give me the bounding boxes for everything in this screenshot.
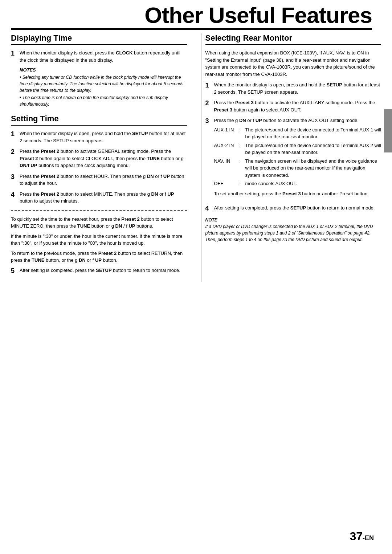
- qs1-t4: / f: [122, 223, 128, 229]
- rs1-t1: When the monitor display is open, press …: [214, 82, 327, 87]
- qs1-b1: Preset 2: [121, 216, 140, 222]
- s2-t3: button again to select CLOCK ADJ., then …: [38, 156, 147, 161]
- rs2-b1: Preset 3: [235, 100, 254, 105]
- rs3-t2: or f: [246, 118, 256, 123]
- note-label: NOTE: [205, 217, 217, 223]
- quick-set-para-1: To quickly set the time to the nearest h…: [11, 216, 187, 230]
- quick-set-para-2: If the minute is ":30" or under, the hou…: [11, 233, 187, 247]
- setting-time-heading: Setting Time: [11, 114, 187, 126]
- rear-step-number-4: 4: [205, 204, 212, 213]
- s4-t4: button to adjust the minutes.: [20, 198, 79, 204]
- step-number-1: 1: [11, 49, 17, 58]
- qs3-t4: or f: [86, 257, 95, 263]
- left-column: Displaying Time 1 When the monitor displ…: [11, 33, 191, 282]
- setting-step2: 2 Press the Preset 2 button to activate …: [11, 148, 187, 169]
- qs3-t5: button.: [102, 257, 117, 263]
- setting-step-number-4: 4: [11, 191, 17, 199]
- page-title-area: Other Useful Features: [11, 0, 392, 30]
- rear-step2-content: Press the Preset 3 button to activate th…: [214, 99, 381, 113]
- displaying-time-step1: 1 When the monitor display is closed, pr…: [11, 49, 187, 64]
- aux-row-1: AUX-1 IN : The picture/sound of the devi…: [214, 126, 381, 140]
- side-tab: [384, 109, 392, 152]
- s3-b1: Preset 2: [41, 174, 60, 179]
- s2-b4: DN/f: [20, 163, 29, 168]
- rs4-b1: SETUP: [290, 205, 306, 211]
- s2-b2: Preset 2: [20, 156, 38, 161]
- aux-colon-3: :: [240, 158, 245, 179]
- setting-step2-content: Press the Preset 2 button to activate GE…: [20, 148, 187, 169]
- aux-footer: To set another setting, press the Preset…: [214, 190, 381, 197]
- setting-step1-content: When the monitor display is open, press …: [20, 130, 187, 144]
- notes-content: Selecting any tuner or CD function while…: [20, 74, 187, 107]
- rs3-b2: UP: [256, 118, 262, 123]
- s3-b2: DN: [147, 174, 154, 179]
- setting-step5: 5 After setting is completed, press the …: [11, 267, 187, 275]
- note-text: If a DVD player or DVD changer is connec…: [205, 224, 373, 242]
- page-title: Other Useful Features: [144, 3, 372, 28]
- qs1-t1: To quickly set the time to the nearest h…: [11, 216, 121, 222]
- s4-t1: Press the: [20, 191, 41, 197]
- quick-set-para-3: To return to the previous mode, press th…: [11, 250, 187, 264]
- rs4-t1: After setting is completed, press the: [214, 205, 290, 211]
- step1-bold1: CLOCK: [116, 50, 132, 56]
- qs3-b2: TUNE: [32, 257, 44, 263]
- qs1-b3: DN: [115, 223, 122, 229]
- rs3-t3: button to activate the AUX OUT setting m…: [262, 118, 359, 123]
- rear-step4: 4 After setting is completed, press the …: [205, 204, 381, 213]
- rs2-t2: button to activate the AUXILIARY setting…: [254, 100, 375, 105]
- page-container: Other Useful Features Displaying Time 1 …: [0, 0, 392, 554]
- aux-label-2: AUX-2 IN: [214, 142, 240, 156]
- rs4-t2: button to return to normal mode.: [306, 205, 375, 211]
- s3-t3: or f: [154, 174, 163, 179]
- s4-b2: DN: [151, 191, 158, 197]
- s2-t2: button to activate GENERAL setting mode.…: [59, 148, 171, 154]
- s1-b1: SETUP: [132, 131, 148, 136]
- rear-monitor-note: NOTE If a DVD player or DVD changer is c…: [205, 217, 381, 243]
- setting-step5-content: After setting is completed, press the SE…: [20, 267, 187, 274]
- qs1-b2: TUNE: [77, 223, 90, 229]
- aux-desc-3: The navigation screen will be displayed …: [245, 158, 381, 179]
- s3-t1: Press the: [20, 174, 41, 179]
- s2-b1: Preset 2: [41, 148, 60, 154]
- qs1-t3: button or g: [90, 223, 115, 229]
- rear-step4-content: After setting is completed, press the SE…: [214, 204, 381, 212]
- rs1-b1: SETUP: [327, 82, 342, 87]
- s2-t4: button or g: [160, 156, 184, 161]
- s2-b5: UP: [30, 163, 37, 168]
- note-2: The clock time is not shown on both the …: [20, 94, 187, 107]
- rs2-t3: button again to select AUX OUT.: [232, 107, 301, 113]
- content-area: Displaying Time 1 When the monitor displ…: [0, 33, 392, 282]
- rear-step3-content: Press the g DN or f UP button to activat…: [214, 117, 381, 201]
- rear-step3: 3 Press the g DN or f UP button to activ…: [205, 117, 381, 201]
- aux-table: AUX-1 IN : The picture/sound of the devi…: [214, 126, 381, 187]
- displaying-time-heading: Displaying Time: [11, 33, 187, 45]
- aux-colon-2: :: [240, 142, 245, 156]
- rear-step-number-1: 1: [205, 81, 212, 90]
- rear-step1-content: When the monitor display is open, press …: [214, 81, 381, 95]
- page-number-main: 37: [350, 530, 363, 543]
- aux-desc-4: mode cancels AUX OUT.: [245, 180, 381, 187]
- rear-step-number-2: 2: [205, 99, 212, 107]
- s5-t1: After setting is completed, press the: [20, 268, 96, 273]
- rs2-b2: Preset 3: [214, 107, 233, 113]
- aux-label-1: AUX-1 IN: [214, 126, 240, 140]
- s3-b3: UP: [163, 174, 170, 179]
- qs3-b1: Preset 2: [98, 250, 117, 256]
- setting-step4: 4 Press the Preset 2 button to select MI…: [11, 191, 187, 205]
- aux-desc-2: The picture/sound of the device connecte…: [245, 142, 381, 156]
- aux-row-3: NAV. IN : The navigation screen will be …: [214, 158, 381, 179]
- aux-desc-1: The picture/sound of the device connecte…: [245, 126, 381, 140]
- s2-t1: Press the: [20, 148, 41, 154]
- step-1-content: When the monitor display is closed, pres…: [20, 49, 187, 64]
- setting-step-number-1: 1: [11, 130, 17, 138]
- aux-colon-1: :: [240, 126, 245, 140]
- aux-row-4: OFF : mode cancels AUX OUT.: [214, 180, 381, 187]
- aux-label-4: OFF: [214, 180, 240, 187]
- af-b1: Preset 3: [282, 191, 301, 196]
- page-number-area: 37-EN: [350, 530, 374, 543]
- notes-box: NOTES Selecting any tuner or CD function…: [20, 67, 187, 107]
- s4-t3: or f: [158, 191, 167, 197]
- setting-step1: 1 When the monitor display is open, pres…: [11, 130, 187, 144]
- notes-title: NOTES: [20, 67, 187, 73]
- setting-step3: 3 Press the Preset 2 button to select HO…: [11, 173, 187, 187]
